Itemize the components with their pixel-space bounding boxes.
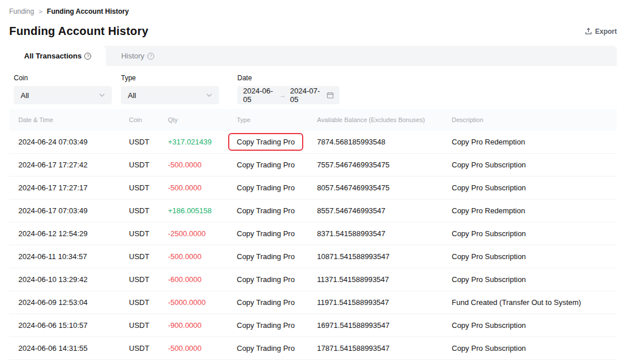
tab-history[interactable]: History ?: [106, 46, 169, 66]
type-filter-value: All: [128, 91, 136, 100]
transactions-table: Date & Time Coin Qty Type Available Bala…: [9, 109, 617, 360]
table-header-row: Date & Time Coin Qty Type Available Bala…: [9, 109, 617, 131]
title-row: Funding Account History Export: [0, 15, 626, 46]
cell-datetime: 2024-06-10 13:29:42: [18, 275, 129, 284]
col-coin: Coin: [129, 116, 168, 123]
filter-bar: Coin All Type All Date 2024-06-05 → 2024…: [0, 66, 626, 109]
export-button[interactable]: Export: [585, 28, 617, 36]
cell-balance: 10871.541588993547: [317, 252, 452, 261]
date-filter-group: Date 2024-06-05 → 2024-07-05: [237, 74, 339, 104]
cell-coin: USDT: [129, 344, 168, 353]
cell-qty: -500.0000: [168, 183, 237, 192]
date-range-picker[interactable]: 2024-06-05 → 2024-07-05: [237, 86, 339, 104]
cell-balance: 11971.541588993547: [317, 298, 452, 307]
table-body: 2024-06-24 07:03:49 USDT +317.021439 Cop…: [9, 131, 617, 360]
breadcrumb-current: Funding Account History: [47, 7, 129, 15]
cell-datetime: 2024-06-06 14:31:55: [18, 344, 129, 353]
cell-coin: USDT: [129, 138, 168, 146]
breadcrumb-separator-icon: >: [38, 8, 42, 15]
export-label: Export: [595, 28, 617, 36]
type-filter-label: Type: [121, 74, 219, 82]
cell-type: Copy Trading Pro: [237, 206, 295, 215]
cell-type: Copy Trading Pro: [237, 298, 295, 307]
coin-filter-select[interactable]: All: [14, 86, 112, 104]
cell-datetime: 2024-06-06 15:10:57: [18, 321, 129, 330]
date-range-arrow-icon: →: [279, 91, 286, 99]
cell-description: Copy Pro Subscription: [452, 275, 608, 284]
cell-coin: USDT: [129, 229, 168, 238]
cell-description: Copy Pro Subscription: [452, 321, 608, 330]
cell-type: Copy Trading Pro: [237, 229, 295, 238]
table-row: 2024-06-24 07:03:49 USDT +317.021439 Cop…: [9, 131, 617, 154]
cell-datetime: 2024-06-17 17:27:17: [18, 183, 129, 192]
coin-filter-value: All: [21, 91, 29, 100]
cell-coin: USDT: [129, 183, 168, 192]
cell-qty: -5000.0000: [168, 298, 237, 307]
cell-coin: USDT: [129, 321, 168, 330]
table-row: 2024-06-12 12:54:29 USDT -2500.0000 Copy…: [9, 222, 617, 245]
cell-type: Copy Trading Pro: [237, 344, 295, 353]
table-row: 2024-06-10 13:29:42 USDT -600.0000 Copy …: [9, 268, 617, 291]
cell-qty: -2500.0000: [168, 229, 237, 238]
breadcrumb-parent[interactable]: Funding: [9, 7, 34, 15]
col-available-balance: Available Balance (Excludes Bonuses): [317, 116, 452, 123]
cell-qty: -500.0000: [168, 252, 237, 261]
page-title: Funding Account History: [9, 25, 148, 38]
col-description: Description: [452, 116, 608, 123]
cell-balance: 11371.541588993547: [317, 275, 452, 284]
cell-balance: 8371.541588993547: [317, 229, 452, 238]
cell-qty: +186.005158: [168, 206, 237, 215]
cell-datetime: 2024-06-12 12:54:29: [18, 229, 129, 238]
tab-bar: All Transactions ? History ?: [9, 46, 617, 66]
table-row: 2024-06-11 10:34:57 USDT -500.0000 Copy …: [9, 245, 617, 268]
cell-type: Copy Trading Pro: [237, 161, 295, 169]
tab-all-transactions-label: All Transactions: [24, 52, 81, 60]
table-row: 2024-06-17 17:27:42 USDT -500.0000 Copy …: [9, 154, 617, 177]
cell-type: Copy Trading Pro: [237, 321, 295, 330]
cell-balance: 17871.541588993547: [317, 344, 452, 353]
type-filter-select[interactable]: All: [121, 86, 219, 104]
table-row: 2024-06-06 15:10:57 USDT -900.0000 Copy …: [9, 314, 617, 337]
cell-coin: USDT: [129, 252, 168, 261]
cell-type: Copy Trading Pro: [237, 252, 295, 261]
cell-qty: -500.0000: [168, 344, 237, 353]
cell-description: Fund Created (Transfer Out to System): [452, 298, 608, 307]
cell-description: Copy Pro Subscription: [452, 229, 608, 238]
tab-history-label: History: [121, 52, 144, 60]
date-start-value: 2024-06-05: [243, 87, 275, 104]
cell-balance: 8057.5467469935475: [317, 183, 452, 192]
cell-type: Copy Trading Pro: [237, 275, 295, 284]
col-type: Type: [237, 116, 317, 123]
chevron-down-icon: [99, 93, 105, 97]
cell-type: Copy Trading Pro: [237, 183, 295, 192]
table-row: 2024-06-17 07:03:49 USDT +186.005158 Cop…: [9, 199, 617, 222]
cell-coin: USDT: [129, 161, 168, 169]
cell-description: Copy Pro Redemption: [452, 206, 608, 215]
cell-coin: USDT: [129, 298, 168, 307]
cell-description: Copy Pro Subscription: [452, 161, 608, 169]
cell-balance: 7874.568185993548: [317, 138, 452, 146]
help-icon[interactable]: ?: [84, 53, 91, 60]
cell-balance: 16971.541588993547: [317, 321, 452, 330]
table-row: 2024-06-17 17:27:17 USDT -500.0000 Copy …: [9, 177, 617, 199]
calendar-icon: [327, 92, 334, 99]
cell-coin: USDT: [129, 206, 168, 215]
cell-description: Copy Pro Subscription: [452, 252, 608, 261]
cell-datetime: 2024-06-17 17:27:42: [18, 161, 129, 169]
col-qty: Qty: [168, 116, 237, 123]
cell-type: Copy Trading Pro: [228, 133, 303, 151]
tab-all-transactions[interactable]: All Transactions ?: [9, 46, 106, 66]
cell-datetime: 2024-06-11 10:34:57: [18, 252, 129, 261]
export-icon: [585, 28, 592, 35]
cell-qty: +317.021439: [168, 138, 237, 146]
cell-description: Copy Pro Redemption: [452, 138, 608, 146]
cell-description: Copy Pro Subscription: [452, 344, 608, 353]
col-date-time: Date & Time: [18, 116, 129, 123]
cell-datetime: 2024-06-17 07:03:49: [18, 206, 129, 215]
coin-filter-label: Coin: [14, 74, 112, 82]
chevron-down-icon: [206, 93, 212, 97]
cell-balance: 8557.546746993547: [317, 206, 452, 215]
cell-balance: 7557.5467469935475: [317, 161, 452, 169]
cell-qty: -600.0000: [168, 275, 237, 284]
help-icon[interactable]: ?: [147, 53, 154, 60]
